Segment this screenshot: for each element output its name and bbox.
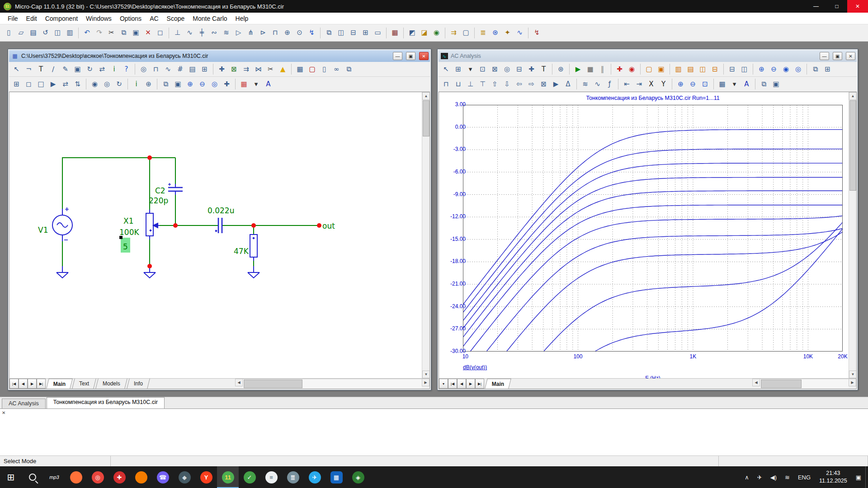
schematic-minimize-button[interactable]: —	[393, 52, 402, 60]
paste-graph-button[interactable]: ▣	[770, 78, 782, 90]
c2-value-label[interactable]: 220p	[149, 196, 168, 205]
rotate-button[interactable]: ↻	[84, 63, 96, 75]
resistor-button[interactable]: ≋	[220, 27, 232, 39]
analysis-vertical-scrollbar[interactable]: ▲ ▼	[849, 92, 856, 378]
scroll-left-icon[interactable]: ◀	[235, 379, 243, 386]
analysis-restore-button[interactable]: ▣	[833, 52, 842, 60]
text-mode-button[interactable]: T	[538, 63, 550, 75]
c2-label[interactable]: C2	[155, 186, 165, 195]
prev-page-button[interactable]: ◀	[457, 379, 466, 389]
scroll-down-icon[interactable]: ▼	[849, 371, 857, 378]
analog-path-button[interactable]: ∿	[162, 63, 174, 75]
component-editor-button[interactable]: ◩	[406, 27, 418, 39]
menu-component[interactable]: Component	[41, 13, 82, 24]
split-horizontal-button[interactable]: ⊟	[726, 63, 738, 75]
schematic-vertical-scrollbar[interactable]: ▲ ▼	[422, 92, 429, 378]
taskbar-telegram-button[interactable]: ✈	[304, 466, 326, 488]
tray-tray-expand-icon[interactable]: ∧	[741, 466, 753, 488]
chart-box[interactable]	[463, 105, 843, 352]
point-probe-button[interactable]: ◎	[137, 63, 150, 75]
page-properties-button[interactable]: ⊞	[821, 63, 834, 75]
refresh-button[interactable]: ↻	[113, 78, 125, 90]
cursor-mode-button[interactable]: ✚	[525, 63, 538, 75]
hscroll-track[interactable]	[243, 379, 422, 389]
open-file-button[interactable]: ▱	[15, 27, 27, 39]
find-next-button[interactable]: ◎	[101, 78, 113, 90]
scroll-up-icon[interactable]: ▲	[422, 92, 430, 100]
find-component-button[interactable]: ◉	[89, 78, 101, 90]
properties-button[interactable]: ⊞	[452, 63, 464, 75]
font-button[interactable]: A	[262, 78, 274, 90]
sine-source-button[interactable]: ∿	[184, 27, 196, 39]
trackers-button[interactable]: ⊠	[538, 78, 550, 90]
region-cut-button[interactable]: ✂	[264, 63, 277, 75]
wire-mode-button[interactable]: ¬	[23, 63, 35, 75]
mirror-button[interactable]: ⋈	[252, 63, 264, 75]
graph-dropdown-button[interactable]: ▾	[464, 63, 476, 75]
maximize-button[interactable]: □	[826, 0, 847, 13]
taskbar-security-shield-button[interactable]: ✚	[108, 466, 130, 488]
clear-button[interactable]: ✕	[142, 27, 154, 39]
schematic-close-button[interactable]: ✕	[419, 52, 429, 60]
save-button[interactable]: ▤	[27, 27, 39, 39]
menu-monte-carlo[interactable]: Monte Carlo	[189, 13, 231, 24]
zoom-out-button[interactable]: ⊖	[768, 63, 780, 75]
analysis-horizontal-scrollbar[interactable]: ◀ ▶	[752, 379, 856, 389]
next-page-button[interactable]: ▶	[466, 379, 475, 389]
vertical-axis-button[interactable]: ⊔	[452, 78, 464, 90]
analysis-minimize-button[interactable]: —	[820, 52, 829, 60]
cursor-right-button[interactable]: ⇥	[633, 78, 645, 90]
taskbar-mp3-player-button[interactable]: mp3	[43, 466, 65, 488]
select-mode-button[interactable]: ↖	[440, 63, 452, 75]
menu-help[interactable]: Help	[231, 13, 253, 24]
waveform-buffer-button[interactable]: ≋	[579, 78, 591, 90]
check-errors-button[interactable]: ⊠	[228, 63, 240, 75]
zoom-in-button[interactable]: ⊕	[755, 63, 768, 75]
smoothing-button[interactable]: ∿	[591, 78, 604, 90]
first-page-button[interactable]: |◀	[9, 379, 19, 389]
sheet-link-button[interactable]: ∞	[330, 63, 343, 75]
print-button[interactable]: ▥	[64, 27, 76, 39]
menu-windows[interactable]: Windows	[82, 13, 116, 24]
plot-area[interactable]: Тонкомпенсация из Беларусь M310C.cir Run…	[439, 92, 849, 378]
web-help-button[interactable]: ◉	[430, 27, 443, 39]
split-window-button[interactable]: ⊞	[359, 27, 372, 39]
panel-top-button[interactable]: ▤	[684, 63, 697, 75]
x1-label[interactable]: X1	[123, 216, 133, 225]
cascade-windows-button[interactable]: ⧉	[323, 27, 335, 39]
auto-scale-button[interactable]: ⊥	[464, 78, 476, 90]
shape-editor-button[interactable]: ◪	[418, 27, 430, 39]
scale-left-button[interactable]: ⇦	[513, 78, 525, 90]
revert-button[interactable]: ↺	[39, 27, 52, 39]
color-palette-button[interactable]: ▦	[238, 78, 250, 90]
pan-button[interactable]: ✚	[221, 78, 233, 90]
v1-label[interactable]: V1	[38, 225, 48, 235]
opamp-button[interactable]: ⊳	[257, 27, 269, 39]
menu-edit[interactable]: Edit	[22, 13, 41, 24]
cursor-left-button[interactable]: ⇤	[621, 78, 633, 90]
magnify-button[interactable]: ◎	[501, 63, 513, 75]
copy-to-clipboard-button[interactable]: ⧉	[160, 78, 172, 90]
panel-stack-button[interactable]: ⊟	[709, 63, 721, 75]
info-mode-button[interactable]: i	[108, 63, 120, 75]
taskbar-viber-button[interactable]: ☎	[152, 466, 174, 488]
taskbar-firefox-button[interactable]	[65, 466, 87, 488]
doc-tab-ac-analysis[interactable]: AC Analysis	[2, 399, 46, 408]
load-value-label[interactable]: 47K	[234, 247, 249, 256]
close-button[interactable]: ✕	[847, 0, 868, 13]
transistor-button[interactable]: ⋔	[245, 27, 257, 39]
probe-button[interactable]: ↯	[306, 27, 318, 39]
schematic-horizontal-scrollbar[interactable]: ◀ ▶	[235, 379, 429, 389]
select-mode-button[interactable]: ↖	[10, 63, 23, 75]
grid-dropdown-button[interactable]: ▾	[728, 78, 741, 90]
menu-file[interactable]: File	[4, 13, 22, 24]
tray-language[interactable]: ENG	[794, 466, 815, 488]
command-button[interactable]: ✚	[216, 63, 228, 75]
undo-button[interactable]: ↶	[81, 27, 93, 39]
page-link-button[interactable]: ⧉	[343, 63, 355, 75]
horizontal-axis-button[interactable]: ⊓	[440, 78, 452, 90]
first-page-button[interactable]: |◀	[448, 379, 457, 389]
split-vertical-button[interactable]: ◫	[738, 63, 750, 75]
maximize-window-button[interactable]: ▭	[372, 27, 384, 39]
redo-button[interactable]: ↷	[93, 27, 105, 39]
